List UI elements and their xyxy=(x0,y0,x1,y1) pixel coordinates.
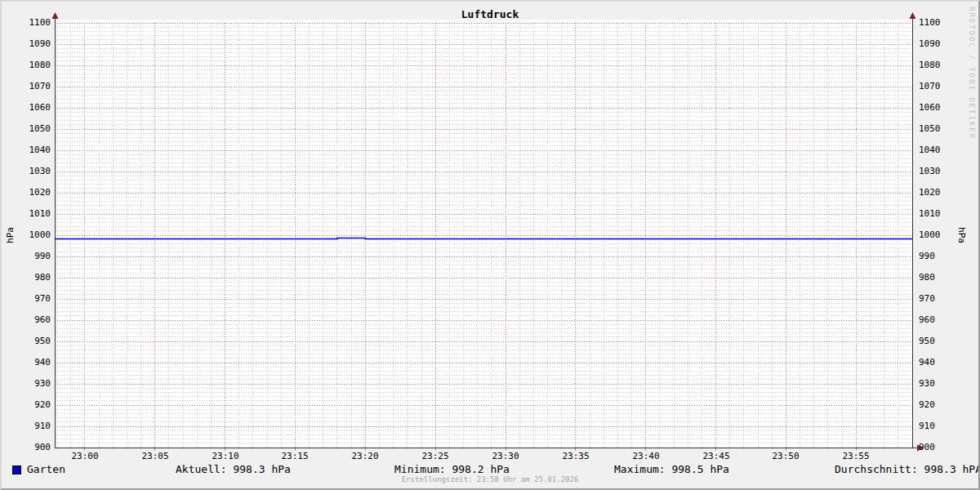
y-axis-tick-label-left: 980 xyxy=(21,272,51,283)
y-axis-tick-label-right: 1040 xyxy=(919,145,951,155)
y-axis-tick-label-left: 1090 xyxy=(21,38,51,49)
y-axis-tick-label-left: 950 xyxy=(21,336,51,346)
y-axis-tick-label-right: 990 xyxy=(919,251,951,261)
y-axis-tick-label-right: 940 xyxy=(919,357,951,368)
y-axis-tick-label-left: 1060 xyxy=(21,102,51,113)
x-axis-tick-label: 23:55 xyxy=(835,451,876,461)
y-axis-tick-label-left: 970 xyxy=(21,293,51,304)
y-axis-tick-label-right: 920 xyxy=(919,399,951,410)
y-axis-tick-label-left: 1030 xyxy=(21,166,51,176)
y-axis-tick-label-right: 1030 xyxy=(919,166,951,176)
y-axis-tick-label-left: 1020 xyxy=(21,187,51,198)
y-axis-tick-label-left: 1100 xyxy=(21,17,51,28)
x-axis-tick-label: 23:15 xyxy=(274,451,315,461)
y-axis-tick-label-right: 1090 xyxy=(919,38,951,49)
y-axis-tick-label-left: 910 xyxy=(21,421,51,431)
y-axis-tick-label-left: 990 xyxy=(21,251,51,261)
y-axis-tick-label-right: 1010 xyxy=(919,208,951,219)
y-axis-tick-label-left: 1000 xyxy=(21,229,51,240)
y-axis-tick-label-right: 970 xyxy=(919,293,951,304)
y-axis-tick-label-right: 980 xyxy=(919,272,951,283)
x-axis-tick-label: 23:50 xyxy=(765,451,806,461)
plot-area xyxy=(0,0,980,490)
axis-arrow xyxy=(52,12,59,19)
y-axis-tick-label-right: 960 xyxy=(919,314,951,325)
stat-maximum: Maximum: 998.5 hPa xyxy=(614,463,729,475)
x-axis-tick-label: 23:00 xyxy=(65,451,105,461)
series-swatch-icon xyxy=(12,466,21,474)
y-axis-tick-label-left: 1040 xyxy=(21,145,51,155)
stat-minimum: Minimum: 998.2 hPa xyxy=(394,463,510,475)
x-axis-tick-label: 23:25 xyxy=(415,451,456,461)
y-axis-tick-label-left: 930 xyxy=(21,378,51,389)
y-axis-tick-label-right: 1050 xyxy=(919,123,951,134)
y-axis-tick-label-right: 930 xyxy=(919,378,951,389)
y-axis-tick-label-right: 1100 xyxy=(919,17,951,28)
y-axis-tick-label-left: 1050 xyxy=(21,123,51,134)
y-axis-tick-label-right: 910 xyxy=(919,421,951,431)
y-axis-tick-label-right: 1000 xyxy=(919,229,951,240)
x-axis-tick-label: 23:45 xyxy=(696,451,737,461)
x-axis-tick-label: 23:30 xyxy=(485,451,526,461)
y-axis-tick-label-left: 960 xyxy=(21,314,51,325)
y-axis-tick-label-right: 1080 xyxy=(919,60,951,70)
y-axis-tick-label-left: 940 xyxy=(21,357,51,368)
x-axis-tick-label: 23:05 xyxy=(135,451,176,461)
y-axis-tick-label-right: 1070 xyxy=(919,81,951,91)
pressure-graph: Luftdruck 900900910910920920930930940940… xyxy=(0,0,980,490)
x-axis-tick-label: 23:10 xyxy=(205,451,246,461)
x-axis-tick-label: 23:35 xyxy=(555,451,596,461)
y-axis-tick-label-left: 1010 xyxy=(21,208,51,219)
creation-timestamp: Erstellungszeit: 23:58 Uhr am 25.01.2026 xyxy=(0,475,980,483)
x-axis-tick-label: 23:40 xyxy=(626,451,666,461)
y-axis-unit-right: hPa xyxy=(956,227,967,243)
axis-arrow xyxy=(910,12,916,19)
rrdtool-watermark: RRDTOOL / TOBI OETIKER xyxy=(968,7,976,140)
y-axis-tick-label-right: 1060 xyxy=(919,102,951,113)
y-axis-tick-label-left: 1080 xyxy=(21,60,51,70)
x-axis-tick-label: 23:20 xyxy=(345,451,385,461)
y-axis-tick-label-left: 1070 xyxy=(21,81,51,91)
y-axis-tick-label-right: 900 xyxy=(919,442,951,452)
y-axis-tick-label-right: 950 xyxy=(919,336,951,346)
y-axis-tick-label-left: 900 xyxy=(21,442,51,452)
y-axis-tick-label-left: 920 xyxy=(21,399,51,410)
stat-aktuell: Aktuell: 998.3 hPa xyxy=(176,463,291,475)
legend-series-label: Garten xyxy=(27,463,65,475)
y-axis-unit-left: hPa xyxy=(5,227,16,243)
y-axis-tick-label-right: 1020 xyxy=(919,187,951,198)
stat-durchschnitt: Durchschnitt: 998.3 hPA xyxy=(835,463,980,475)
